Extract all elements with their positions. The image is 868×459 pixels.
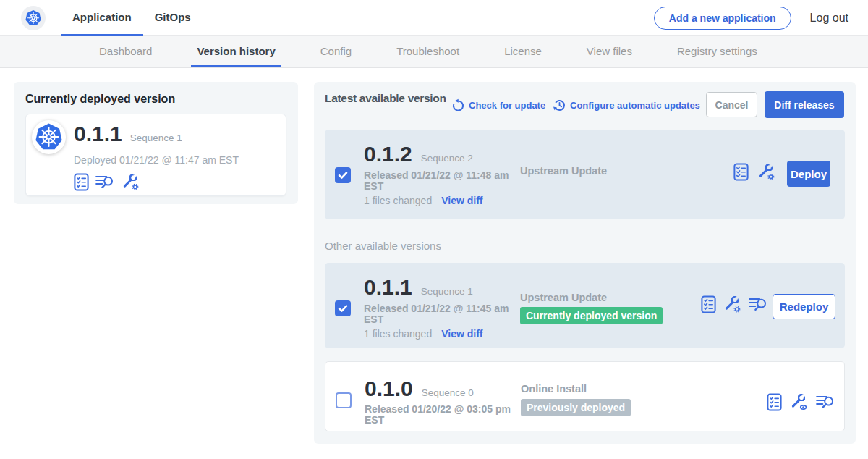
edit-config-icon[interactable]	[122, 172, 140, 191]
tab-gitops[interactable]: GitOps	[143, 0, 203, 36]
subtab-registry-settings[interactable]: Registry settings	[671, 36, 763, 67]
preflight-checks-icon[interactable]	[733, 163, 749, 181]
view-config-icon[interactable]	[790, 392, 808, 411]
view-files-diff-icon[interactable]	[816, 393, 835, 410]
deployed-card-title: Currently deployed version	[25, 93, 175, 106]
view-files-diff-icon[interactable]	[749, 295, 768, 313]
version-source: Upstream Update	[520, 165, 607, 177]
view-diff-link[interactable]: View diff	[441, 195, 482, 206]
version-sequence: Sequence 1	[421, 286, 473, 297]
version-source: Online Install	[521, 383, 587, 395]
check-icon	[338, 304, 348, 313]
subtab-troubleshoot[interactable]: Troubleshoot	[391, 36, 465, 67]
subtab-view-files[interactable]: View files	[581, 36, 638, 67]
deployed-timestamp: Deployed 01/21/22 @ 11:47 am EST	[74, 154, 239, 166]
cancel-button[interactable]: Cancel	[706, 92, 757, 117]
version-checkbox[interactable]	[336, 392, 352, 408]
version-line: 0.1.2 Sequence 2	[364, 142, 473, 167]
status-badge: Previously deployed	[521, 399, 631, 416]
check-for-update-link[interactable]: Check for update	[451, 98, 545, 112]
version-checkbox[interactable]	[335, 300, 351, 316]
kots-admin-console: Application GitOps Add a new application…	[0, 0, 868, 459]
other-versions-title: Other available versions	[325, 240, 441, 252]
version-row-0-1-2: 0.1.2 Sequence 2 Released 01/21/22 @ 11:…	[325, 130, 845, 219]
version-row-0-1-0: 0.1.0 Sequence 0 Released 01/20/22 @ 03:…	[325, 361, 845, 431]
subtab-dashboard[interactable]: Dashboard	[93, 36, 158, 67]
check-icon	[338, 171, 348, 180]
subtab-version-history[interactable]: Version history	[191, 36, 281, 67]
released-timestamp: Released 01/21/22 @ 11:48 am EST	[364, 170, 520, 192]
app-icon-circle	[32, 120, 66, 154]
version-line: 0.1.1 Sequence 1	[364, 275, 473, 300]
deployed-version-number: 0.1.1	[74, 122, 122, 146]
edit-config-icon[interactable]	[757, 162, 775, 181]
files-changed-label: 1 files changed	[364, 328, 432, 340]
navbar-right: Add a new application Log out	[654, 0, 848, 36]
preflight-checks-icon[interactable]	[74, 173, 89, 191]
preflight-checks-icon[interactable]	[767, 393, 782, 411]
preflight-checks-icon[interactable]	[701, 295, 716, 313]
latest-version-title: Latest available version	[325, 92, 446, 105]
version-sequence: Sequence 2	[421, 153, 473, 164]
edit-config-icon[interactable]	[723, 295, 741, 313]
deploy-button[interactable]: Deploy	[787, 161, 830, 187]
configure-updates-label: Configure automatic updates	[570, 100, 700, 111]
view-files-diff-icon[interactable]	[95, 173, 115, 190]
files-changed-line: 1 files changed View diff	[364, 195, 483, 206]
deployed-version-sequence: Sequence 1	[130, 132, 182, 143]
version-actions	[733, 162, 775, 181]
version-checkbox[interactable]	[335, 167, 351, 183]
redeploy-button[interactable]: Redeploy	[773, 294, 835, 319]
deployed-version-line: 0.1.1 Sequence 1	[74, 122, 182, 146]
version-source: Upstream Update	[520, 292, 607, 303]
tab-application[interactable]: Application	[61, 0, 143, 36]
version-number: 0.1.2	[364, 142, 412, 167]
released-timestamp: Released 01/20/22 @ 03:05 pm EST	[365, 404, 521, 426]
logout-link[interactable]: Log out	[810, 12, 848, 25]
version-number: 0.1.1	[364, 275, 412, 300]
version-sequence: Sequence 0	[422, 387, 474, 398]
navbar-tabs: Application GitOps	[61, 0, 203, 36]
version-row-0-1-1: 0.1.1 Sequence 1 Released 01/21/22 @ 11:…	[325, 263, 845, 348]
view-diff-link[interactable]: View diff	[441, 328, 482, 340]
app-logo-badge[interactable]	[21, 6, 46, 30]
deployed-version-card: 0.1.1 Sequence 1 Deployed 01/21/22 @ 11:…	[25, 114, 286, 196]
kubernetes-logo-icon	[25, 9, 42, 27]
files-changed-line: 1 files changed View diff	[364, 328, 483, 340]
files-changed-label: 1 files changed	[364, 195, 432, 206]
status-badge: Currently deployed version	[520, 307, 663, 324]
currently-deployed-card: Currently deployed version 0.1.1	[14, 82, 298, 204]
version-line: 0.1.0 Sequence 0	[365, 376, 474, 401]
configure-updates-link[interactable]: Configure automatic updates	[553, 98, 700, 112]
top-navbar: Application GitOps Add a new application…	[0, 0, 868, 36]
subtab-license[interactable]: License	[498, 36, 548, 67]
version-actions	[767, 392, 835, 411]
diff-releases-button[interactable]: Diff releases	[765, 91, 844, 118]
subtab-config[interactable]: Config	[315, 36, 357, 67]
kubernetes-app-icon	[34, 122, 64, 152]
released-timestamp: Released 01/21/22 @ 11:45 am EST	[364, 303, 520, 325]
version-number: 0.1.0	[365, 376, 413, 401]
deployed-version-actions	[74, 172, 140, 191]
refresh-icon	[451, 98, 465, 112]
version-history-panel: Latest available version Check for updat…	[314, 82, 856, 444]
version-actions	[701, 295, 768, 313]
app-subnav: Dashboard Version history Config Trouble…	[0, 36, 868, 68]
check-for-update-label: Check for update	[469, 100, 545, 111]
schedule-update-icon	[553, 98, 566, 112]
add-application-button[interactable]: Add a new application	[654, 7, 791, 30]
